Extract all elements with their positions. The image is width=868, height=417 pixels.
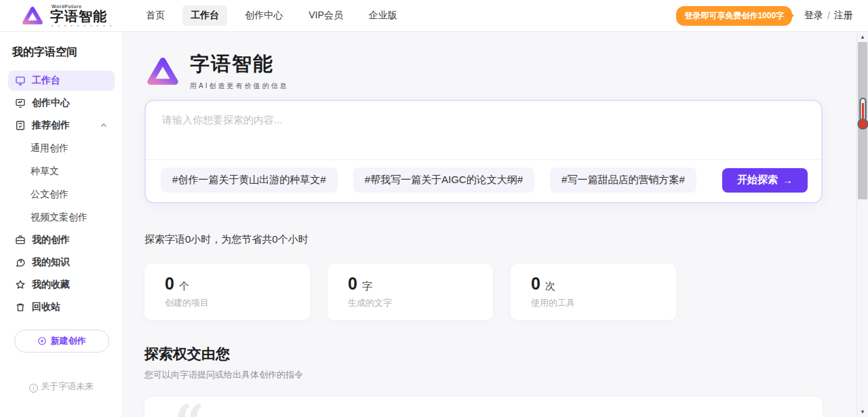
nav-link-enterprise[interactable]: 企业版 xyxy=(361,5,406,26)
brand-name: 字语智能 xyxy=(50,9,113,23)
sidebar-item-workbench[interactable]: 工作台 xyxy=(8,71,115,91)
sidebar-item-creation-center[interactable]: 创作中心 xyxy=(8,93,115,113)
plus-circle-icon xyxy=(37,336,47,346)
auth-links: 登录 / 注册 xyxy=(804,9,853,22)
auth-separator: / xyxy=(827,10,830,21)
explore-section-subtitle: 您可以向字语提问或给出具体创作的指令 xyxy=(144,369,823,381)
sidebar-subitem-video-copy[interactable]: 视频文案创作 xyxy=(8,207,115,229)
stat-value: 0 xyxy=(165,274,174,294)
sidebar-item-favorites[interactable]: 我的收藏 xyxy=(8,275,115,295)
stat-card-words: 0 字 生成的文字 xyxy=(328,264,493,320)
nav-link-home[interactable]: 首页 xyxy=(138,5,173,26)
info-icon: i xyxy=(29,384,38,393)
sidebar-item-label: 工作台 xyxy=(32,75,60,87)
new-creation-button[interactable]: 新建创作 xyxy=(14,330,109,353)
stat-value: 0 xyxy=(348,274,357,294)
hero-logo: 字语智能 用AI创造更有价值的信息 xyxy=(144,51,823,91)
hero-triangle-icon xyxy=(144,54,181,89)
stat-label: 使用的工具 xyxy=(531,297,676,309)
scroll-up-arrow-icon[interactable]: ▲ xyxy=(857,34,868,40)
suggestion-chip-dessert[interactable]: #写一篇甜品店的营销方案# xyxy=(550,167,696,193)
monitor-chart-icon xyxy=(15,98,26,108)
sidebar-item-recommended[interactable]: 推荐创作 xyxy=(8,115,115,136)
sidebar-item-my-creations[interactable]: 我的创作 xyxy=(8,230,115,250)
search-input[interactable] xyxy=(146,101,821,159)
monitor-icon xyxy=(15,75,26,86)
about-link[interactable]: i关于字语未来 xyxy=(0,380,123,393)
star-icon xyxy=(15,279,26,290)
doc-check-icon xyxy=(15,120,26,131)
arrow-right-icon: → xyxy=(783,174,793,186)
sidebar-item-label: 我的知识 xyxy=(32,256,70,269)
hero-title: 字语智能 xyxy=(190,51,288,78)
stat-value: 0 xyxy=(531,274,540,294)
sidebar-item-label: 推荐创作 xyxy=(32,119,70,132)
scroll-down-arrow-icon[interactable]: ▼ xyxy=(857,409,868,415)
stat-label: 创建的项目 xyxy=(165,297,310,309)
start-explore-label: 开始探索 xyxy=(737,174,778,186)
quote-icon: “ xyxy=(174,398,205,417)
sidebar-subitem-seeding[interactable]: 种草文 xyxy=(8,161,115,182)
stat-unit: 字 xyxy=(362,280,372,293)
nav-link-workbench[interactable]: 工作台 xyxy=(182,5,227,26)
sidebar-item-label: 回收站 xyxy=(32,301,60,313)
trash-icon xyxy=(15,302,26,313)
suggestion-chip-huangshan[interactable]: #创作一篇关于黄山出游的种草文# xyxy=(161,167,338,193)
explore-section-title: 探索权交由您 xyxy=(144,344,823,363)
sidebar: 我的字语空间 工作台 创作中心 推荐创作 通用创作 种草文 公文创作 视频文案创… xyxy=(0,32,123,417)
brand-triangle-icon xyxy=(20,4,45,27)
sidebar-item-my-knowledge[interactable]: 我的知识 xyxy=(8,252,115,273)
stats-cards: 0 个 创建的项目 0 字 生成的文字 0 次 使用的工具 xyxy=(144,264,823,320)
sidebar-item-label: 我的创作 xyxy=(32,234,70,246)
sidebar-item-label: 创作中心 xyxy=(32,97,70,109)
start-explore-button[interactable]: 开始探索 → xyxy=(722,168,808,193)
thermometer-icon xyxy=(857,97,868,131)
stat-card-projects: 0 个 创建的项目 xyxy=(144,264,310,320)
stat-unit: 次 xyxy=(545,280,555,293)
brand-superscript: WordFuture xyxy=(52,4,113,9)
briefcase-icon xyxy=(15,235,26,245)
stat-card-tools: 0 次 使用的工具 xyxy=(511,264,676,320)
new-creation-label: 新建创作 xyxy=(51,335,86,347)
chat-question-icon xyxy=(15,257,26,268)
about-label: 关于字语未来 xyxy=(41,381,94,391)
sidebar-subitem-general[interactable]: 通用创作 xyxy=(8,138,115,159)
vertical-scrollbar[interactable]: ▲ ▼ xyxy=(856,32,868,417)
nav-right: 登录即可享免费创作1000字 登录 / 注册 xyxy=(676,6,853,26)
sidebar-item-recycle-bin[interactable]: 回收站 xyxy=(8,297,115,317)
suggestion-chips-row: #创作一篇关于黄山出游的种草文# #帮我写一篇关于AIGC的论文大纲# #写一篇… xyxy=(146,159,821,202)
search-card: #创作一篇关于黄山出游的种草文# #帮我写一篇关于AIGC的论文大纲# #写一篇… xyxy=(144,100,823,203)
brand-logo[interactable]: WordFuture 字语智能 ■ ■ ■ ■ ■ ■ ■ ■ ■ ■ xyxy=(20,4,113,27)
nav-link-creation-center[interactable]: 创作中心 xyxy=(237,5,291,26)
main-content: 字语智能 用AI创造更有价值的信息 #创作一篇关于黄山出游的种草文# #帮我写一… xyxy=(123,32,856,417)
promo-badge[interactable]: 登录即可享免费创作1000字 xyxy=(676,6,792,26)
brand-subtext: ■ ■ ■ ■ ■ ■ ■ ■ ■ ■ xyxy=(52,24,113,27)
chevron-up-icon[interactable] xyxy=(100,121,108,130)
register-link[interactable]: 注册 xyxy=(834,9,853,22)
stat-unit: 个 xyxy=(179,280,189,293)
sidebar-heading: 我的字语空间 xyxy=(8,45,115,60)
sidebar-item-label: 我的收藏 xyxy=(32,279,70,291)
examples-card: “ 字语智能是什么? 嘿，帮我创作一篇北京出游攻略 xyxy=(144,397,823,417)
suggestion-chip-aigc[interactable]: #帮我写一篇关于AIGC的论文大纲# xyxy=(353,167,534,193)
stat-label: 生成的文字 xyxy=(348,297,493,309)
hero-tagline: 用AI创造更有价值的信息 xyxy=(190,81,288,91)
nav-link-vip[interactable]: VIP会员 xyxy=(300,5,351,26)
top-navbar: WordFuture 字语智能 ■ ■ ■ ■ ■ ■ ■ ■ ■ ■ 首页 工… xyxy=(0,0,868,32)
main-nav: 首页 工作台 创作中心 VIP会员 企业版 xyxy=(138,5,406,26)
stats-summary: 探索字语0小时，为您节省共0个小时 xyxy=(144,233,823,246)
login-link[interactable]: 登录 xyxy=(804,9,823,22)
sidebar-subitem-official[interactable]: 公文创作 xyxy=(8,184,115,205)
